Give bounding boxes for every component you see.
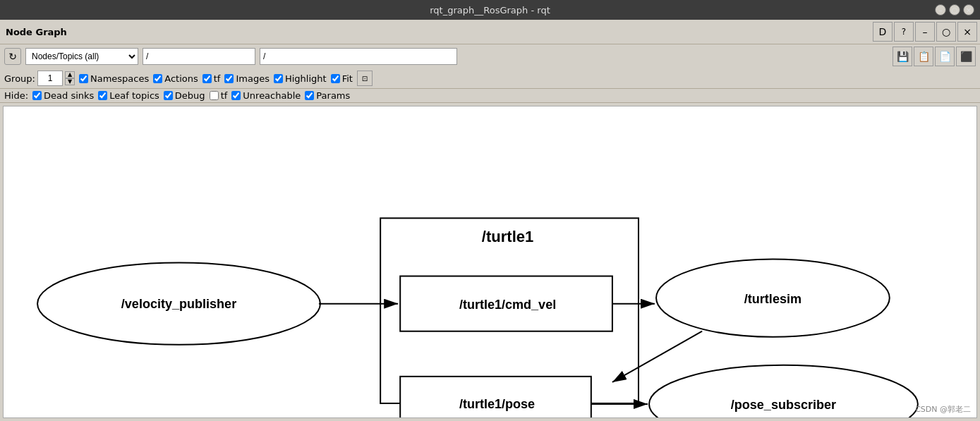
turtlesim-label: /turtlesim (744, 292, 801, 306)
filter2-input[interactable] (260, 48, 457, 65)
view-toolbar-icons: 💾 📋 📄 ⬛ (893, 47, 976, 66)
pose-subscriber-label: /pose_subscriber (731, 398, 836, 412)
turtle1-group-label: /turtle1 (482, 228, 534, 245)
actions-checkbox[interactable] (153, 74, 162, 83)
toolbar-row3: Group: ▲ ▼ Namespaces Actions tf (0, 68, 980, 88)
images-checkbox-group: Images (224, 73, 270, 84)
toolbar: Node Graph D ? – ○ × ↻ Nodes/Topics (all… (0, 20, 980, 103)
maximize-button[interactable]: ○ (949, 4, 960, 16)
highlight-label: Highlight (285, 73, 327, 84)
close-button[interactable]: × (963, 4, 974, 16)
icon-btn-dash[interactable]: – (915, 22, 935, 42)
copy-icon-btn[interactable]: 📋 (914, 47, 933, 66)
toolbar-row1: Node Graph D ? – ○ × (0, 20, 980, 44)
watermark: CSDN @郭老二 (915, 404, 971, 415)
icon-btn-1[interactable]: D (873, 22, 893, 42)
tf2-label: tf (221, 90, 228, 101)
content-area: Node Graph D ? – ○ × ↻ Nodes/Topics (all… (0, 20, 980, 421)
graph-canvas[interactable]: /turtle1 /turtle1/cmd_vel /turtle1/pose … (3, 106, 977, 418)
leaf-topics-label: Leaf topics (109, 90, 159, 101)
images-checkbox[interactable] (224, 74, 234, 83)
window-controls: – ○ × (935, 4, 974, 16)
dead-sinks-checkbox-group: Dead sinks (32, 90, 94, 101)
actions-checkbox-group: Actions (153, 73, 198, 84)
fit-label: Fit (342, 73, 353, 84)
leaf-topics-checkbox-group: Leaf topics (98, 90, 159, 101)
group-label: Group: (4, 73, 35, 84)
highlight-checkbox-group: Highlight (274, 73, 327, 84)
group-value-input[interactable] (37, 71, 63, 86)
images-label: Images (236, 73, 270, 84)
right-toolbar-icons: D ? – ○ × (873, 22, 977, 42)
graph-svg: /turtle1 /turtle1/cmd_vel /turtle1/pose … (4, 106, 976, 417)
tf2-checkbox[interactable] (210, 91, 219, 100)
minimize-button[interactable]: – (935, 4, 946, 16)
icon-btn-close[interactable]: × (957, 22, 977, 42)
save-icon-btn[interactable]: 💾 (893, 47, 912, 66)
params-label: Params (316, 90, 350, 101)
actions-label: Actions (164, 73, 198, 84)
spinner-arrows: ▲ ▼ (65, 71, 75, 85)
dead-sinks-label: Dead sinks (44, 90, 94, 101)
icon-btn-box[interactable]: ○ (936, 22, 956, 42)
params-checkbox-group: Params (305, 90, 350, 101)
params-checkbox[interactable] (305, 91, 314, 100)
print-icon-btn[interactable]: ⬛ (956, 47, 976, 66)
fit-checkbox[interactable] (331, 74, 340, 83)
unreachable-label: Unreachable (243, 90, 301, 101)
paste-icon-btn[interactable]: 📄 (935, 47, 955, 66)
debug-checkbox[interactable] (164, 91, 173, 100)
display-mode-select[interactable]: Nodes/Topics (all) Nodes only Topics onl… (25, 48, 138, 65)
debug-label: Debug (175, 90, 205, 101)
icon-btn-help[interactable]: ? (894, 22, 914, 42)
debug-checkbox-group: Debug (164, 90, 205, 101)
tf-label: tf (214, 73, 221, 84)
tf2-checkbox-group: tf (210, 90, 228, 101)
fit-icon-button[interactable]: ⊡ (357, 71, 373, 86)
panel-label: Node Graph (3, 25, 70, 39)
toolbar-row4: Hide: Dead sinks Leaf topics Debug tf Un… (0, 88, 980, 102)
leaf-topics-checkbox[interactable] (98, 91, 107, 100)
highlight-checkbox[interactable] (274, 74, 283, 83)
refresh-button[interactable]: ↻ (4, 48, 21, 65)
namespaces-checkbox[interactable] (79, 74, 88, 83)
unreachable-checkbox[interactable] (231, 91, 241, 100)
group-spinner: Group: ▲ ▼ (4, 71, 75, 86)
tf-checkbox-group: tf (202, 73, 221, 84)
spinner-down[interactable]: ▼ (65, 78, 75, 85)
cmd-vel-label: /turtle1/cmd_vel (459, 298, 556, 312)
titlebar: rqt_graph__RosGraph - rqt – ○ × (0, 0, 980, 20)
spinner-up[interactable]: ▲ (65, 71, 75, 78)
fit-checkbox-group: Fit (331, 73, 353, 84)
dead-sinks-checkbox[interactable] (32, 91, 42, 100)
filter1-input[interactable] (143, 48, 255, 65)
window-title: rqt_graph__RosGraph - rqt (430, 5, 550, 16)
hide-label: Hide: (4, 90, 28, 101)
namespaces-checkbox-group: Namespaces (79, 73, 149, 84)
namespaces-label: Namespaces (90, 73, 149, 84)
unreachable-checkbox-group: Unreachable (231, 90, 301, 101)
toolbar-row2: ↻ Nodes/Topics (all) Nodes only Topics o… (0, 44, 980, 68)
velocity-publisher-label: /velocity_publisher (121, 297, 236, 311)
pose-label: /turtle1/pose (459, 397, 535, 411)
tf-checkbox[interactable] (202, 74, 212, 83)
